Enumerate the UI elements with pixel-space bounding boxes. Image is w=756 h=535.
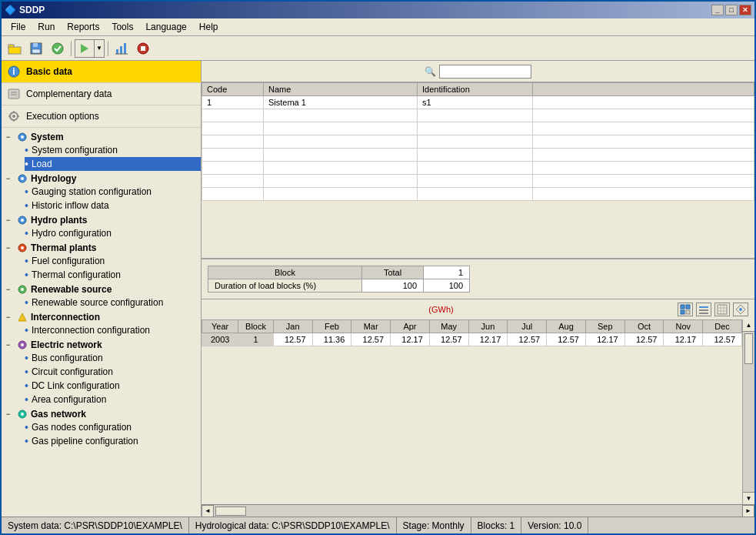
data-grid: Year Block Jan Feb Mar Apr May Jun Jul [201, 319, 742, 346]
scroll-up-btn[interactable]: ▲ [743, 319, 754, 332]
tree-circuit[interactable]: • Circuit configuration [25, 365, 201, 379]
grid-col-nov: Nov [664, 320, 703, 333]
grid-row[interactable]: 2003 1 12.57 11.36 12.57 12.17 12.57 12.… [202, 333, 742, 346]
svg-rect-8 [120, 46, 122, 54]
tree-renewable-config[interactable]: • Renewable source configuration [25, 296, 201, 309]
gauging-bullet: • [25, 186, 28, 197]
scroll-down-btn[interactable]: ▼ [743, 492, 754, 504]
toolbar-run-btn[interactable] [75, 40, 94, 57]
search-input[interactable] [439, 65, 531, 79]
duration-value[interactable]: 100 [362, 279, 424, 293]
table-row[interactable]: 1 Sistema 1 s1 [202, 96, 754, 109]
tree-bus[interactable]: • Bus configuration [25, 351, 201, 365]
grid-icon-btn-2[interactable] [696, 303, 711, 316]
grid-cell-dec[interactable]: 12.57 [703, 333, 742, 346]
grid-icon-btn-4[interactable] [733, 303, 748, 316]
electric-label: Electric network [31, 339, 102, 350]
grid-cell-mar[interactable]: 12.57 [351, 333, 391, 346]
grid-cell-feb[interactable]: 11.36 [312, 333, 351, 346]
close-button[interactable]: ✕ [739, 5, 751, 15]
tree-historic[interactable]: • Historic inflow data [25, 199, 201, 212]
grid-cell-apr[interactable]: 12.17 [391, 333, 430, 346]
tree-hydro-config[interactable]: • Hydro configuration [25, 226, 201, 240]
menu-help[interactable]: Help [193, 20, 225, 34]
svg-point-33 [21, 288, 24, 291]
duration-label: Duration of load blocks (%) [208, 279, 362, 293]
tree-dc[interactable]: • DC Link configuration [25, 379, 201, 393]
toolbar-stop-btn[interactable] [133, 39, 153, 58]
hscroll-thumb[interactable] [215, 507, 246, 516]
minimize-button[interactable]: _ [711, 5, 724, 15]
search-icon: 🔍 [425, 66, 436, 77]
grid-cell-jun[interactable]: 12.17 [468, 333, 508, 346]
tree-system[interactable]: − System [2, 129, 201, 143]
grid-col-jan: Jan [273, 320, 312, 333]
grid-cell-oct[interactable]: 12.57 [624, 333, 664, 346]
grid-icon-btn-3[interactable] [714, 303, 730, 316]
svg-rect-7 [116, 49, 118, 54]
status-stage: Stage: Monthly [397, 517, 471, 533]
grid-cell-aug[interactable]: 12.57 [547, 333, 586, 346]
toolbar-run-dropdown[interactable]: ▼ [94, 40, 104, 57]
menu-run[interactable]: Run [32, 20, 61, 34]
sidebar: i Basic data Complementary data Executio… [2, 61, 201, 517]
sidebar-complementary-data[interactable]: Complementary data [2, 83, 201, 105]
grid-cell-jan[interactable]: 12.57 [273, 333, 312, 346]
toolbar-separator-2 [108, 41, 108, 56]
sidebar-basic-data[interactable]: i Basic data [2, 61, 201, 83]
tree-interconnection-config[interactable]: • Interconnection configuration [25, 323, 201, 337]
tree-area[interactable]: • Area configuration [25, 393, 201, 406]
tree-electric[interactable]: − Electric network [2, 337, 201, 351]
maximize-button[interactable]: □ [725, 5, 738, 15]
status-bar: System data: C:\PSR\SDDP10\EXAMPLE\ Hydr… [2, 517, 754, 533]
tree-gauging[interactable]: • Gauging station configuration [25, 185, 201, 199]
hydro-expand-icon: − [6, 216, 14, 224]
menu-language[interactable]: Language [139, 20, 192, 34]
tree-gas[interactable]: − Gas network [2, 406, 201, 420]
gas-pipeline-label: Gas pipeline configuration [32, 436, 138, 446]
sidebar-execution-options[interactable]: Execution options [2, 105, 201, 128]
scroll-thumb[interactable] [744, 333, 753, 364]
svg-rect-45 [699, 313, 708, 314]
grid-container: Year Block Jan Feb Mar Apr May Jun Jul [201, 319, 754, 504]
grid-cell-sep[interactable]: 12.17 [585, 333, 624, 346]
tree-hydrology[interactable]: − Hydrology [2, 171, 201, 185]
tree-gas-nodes[interactable]: • Gas nodes configuration [25, 420, 201, 434]
menu-reports[interactable]: Reports [61, 20, 105, 34]
window-title: SDDP [19, 5, 45, 15]
hscroll-left-btn[interactable]: ◄ [201, 505, 214, 517]
grid-cell-nov[interactable]: 12.17 [664, 333, 703, 346]
tree-system-config[interactable]: • System configuration [25, 143, 201, 157]
grid-col-mar: Mar [351, 320, 391, 333]
load-blocks-area: Block Total 1 Duration of load blocks (%… [201, 259, 754, 299]
tree-fuel[interactable]: • Fuel configuration [25, 254, 201, 268]
grid-col-jun: Jun [468, 320, 508, 333]
tree-thermal-plants[interactable]: − Thermal plants [2, 240, 201, 254]
dc-label: DC Link configuration [32, 380, 120, 391]
table-row-empty-5 [202, 162, 754, 175]
svg-point-52 [739, 308, 742, 311]
toolbar-chart-btn[interactable] [112, 39, 132, 58]
menu-tools[interactable]: Tools [105, 20, 139, 34]
tree-load[interactable]: • Load [25, 157, 201, 171]
tree-gas-pipeline[interactable]: • Gas pipeline configuration [25, 434, 201, 448]
svg-rect-46 [718, 305, 727, 314]
tree-interconnection[interactable]: − Interconnection [2, 309, 201, 323]
menu-file[interactable]: File [5, 20, 32, 34]
toolbar-check-btn[interactable] [48, 39, 68, 58]
tree-hydro-plants[interactable]: − Hydro plants [2, 212, 201, 226]
svg-text:i: i [12, 66, 15, 77]
total-header: Total [362, 266, 424, 279]
toolbar-save-btn[interactable] [26, 39, 46, 58]
renewable-config-label: Renewable source configuration [32, 297, 163, 308]
hscroll-right-btn[interactable]: ► [742, 505, 754, 517]
tree-renewable[interactable]: − Renewable source [2, 282, 201, 296]
grid-icon-btn-1[interactable] [678, 303, 693, 316]
data-grid-scroll[interactable]: Year Block Jan Feb Mar Apr May Jun Jul [201, 319, 742, 504]
grid-cell-jul[interactable]: 12.57 [508, 333, 547, 346]
toolbar-open-btn[interactable] [5, 39, 25, 58]
gas-nodes-label: Gas nodes configuration [32, 422, 132, 433]
interconnection-config-label: Interconnection configuration [32, 325, 150, 336]
tree-thermal-config[interactable]: • Thermal configuration [25, 268, 201, 282]
grid-cell-may[interactable]: 12.57 [429, 333, 468, 346]
